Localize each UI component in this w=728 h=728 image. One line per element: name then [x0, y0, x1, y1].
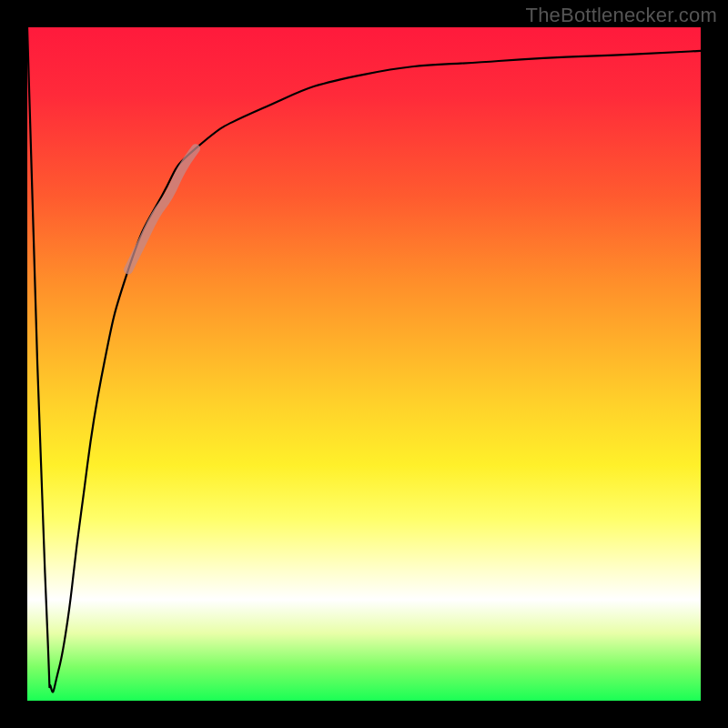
- curve-highlight-segment: [128, 148, 196, 269]
- plot-area: [27, 27, 701, 701]
- curve-svg: [27, 27, 701, 701]
- watermark-text: TheBottlenecker.com: [526, 4, 717, 27]
- bottleneck-curve: [27, 27, 701, 692]
- chart-frame: TheBottlenecker.com: [0, 0, 728, 728]
